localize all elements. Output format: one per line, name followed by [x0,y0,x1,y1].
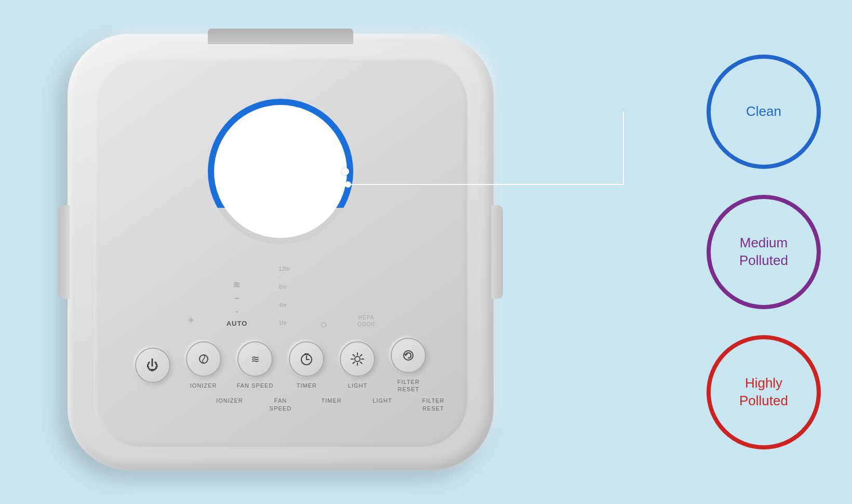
left-handle [58,205,70,299]
medium-label: MediumPolluted [739,234,788,270]
fan-speed-label: FAN SPEED [237,382,274,389]
filter-reset-button[interactable] [391,338,426,373]
device-wrapper: ✦ ≋ ~ · AUTO 12hr · 8hr · 4hr · 1 [42,16,520,488]
timer-8hr: 8hr [278,283,287,291]
high-status-circle: HighlyPolluted [707,335,821,449]
light-label-below: LIGHT [365,397,400,412]
power-button-group: ⏻ [135,348,170,383]
fan-wave-mid: ~ [234,293,240,304]
air-quality-ring [208,99,353,244]
fan-speed-button-group: ≋ FAN SPEED [237,341,274,389]
svg-line-10 [353,354,355,356]
filter-indicators [321,322,326,327]
power-button[interactable]: ⏻ [135,348,170,383]
filter-dot [321,322,326,327]
scene: ✦ ≋ ~ · AUTO 12hr · 8hr · 4hr · 1 [0,0,852,504]
right-handle [491,205,503,299]
timer-dot3: · [278,310,280,318]
hepa-label: HEPA [358,315,375,321]
svg-point-5 [355,356,360,362]
buttons-row: ⏻ IONIZER ≋ FAN SPEED [135,338,427,393]
filter-reset-label-below: FILTERRESET [416,397,451,412]
light-button-group: LIGHT [340,341,375,389]
timer-indicators: 12hr · 8hr · 4hr · 1hr [278,265,290,327]
medium-status-circle: MediumPolluted [707,195,821,309]
device-outer: ✦ ≋ ~ · AUTO 12hr · 8hr · 4hr · 1 [68,34,494,470]
fan-wave-high: ≋ [233,280,241,291]
ionizer-button-group: IONIZER [186,341,221,389]
high-label: HighlyPolluted [739,375,788,410]
timer-4hr: 4hr [278,301,287,309]
timer-dot: · [278,274,280,282]
ring-dot [342,168,349,175]
timer-button-group: TIMER [289,341,324,389]
ring-indicator [208,99,353,244]
svg-line-12 [361,354,362,356]
device-panel: ✦ ≋ ~ · AUTO 12hr · 8hr · 4hr · 1 [94,57,468,447]
filter-reset-button-group: FILTERRESET [391,338,426,393]
timer-button[interactable] [289,341,324,377]
auto-label: AUTO [227,320,248,327]
light-button[interactable] [340,341,375,377]
filter-reset-label: FILTERRESET [397,378,420,393]
timer-label-below: TIMER [314,397,349,412]
clean-status-circle: Clean [707,55,821,169]
top-bar [208,29,353,44]
timer-label: TIMER [297,382,317,389]
timer-1hr: 1hr [278,319,287,327]
ionizer-label: IONIZER [190,382,217,389]
status-panel: Clean MediumPolluted HighlyPolluted [707,55,821,449]
clean-label: Clean [746,103,781,121]
ion-dots-icon: ✦ [186,314,195,327]
odor-label: ODOR [357,322,375,327]
indicator-row: ✦ ≋ ~ · AUTO 12hr · 8hr · 4hr · 1 [94,265,468,327]
fan-speed-indicators: ≋ ~ · AUTO [227,280,248,327]
svg-point-14 [404,351,413,360]
ionizer-button[interactable] [186,341,221,377]
svg-line-13 [353,362,355,364]
ionizer-label-below: IONIZER [212,397,247,412]
light-label: LIGHT [348,382,367,389]
fan-speed-button[interactable]: ≋ [237,341,273,377]
fan-wave-low: · [235,306,238,317]
timer-dot2: · [278,292,280,300]
svg-line-11 [361,362,362,364]
fan-speed-label-below: FAN SPEED [263,397,298,412]
filter-labels: HEPA ODOR [357,315,375,327]
timer-12hr: 12hr [278,265,290,273]
